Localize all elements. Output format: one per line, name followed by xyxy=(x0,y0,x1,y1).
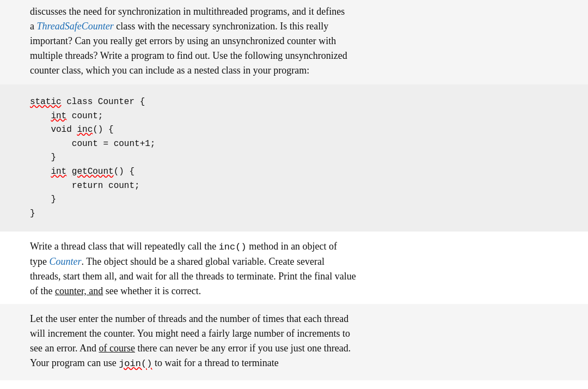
inc-inline-code: inc() xyxy=(219,242,247,252)
intro-line4: multiple threads? Write a program to fin… xyxy=(30,50,347,61)
para2-line2: type Counter. The object should be a sha… xyxy=(30,256,324,267)
para2-pre: Write a thread class that will repeatedl… xyxy=(30,241,219,252)
counter-and-underline: counter, and xyxy=(55,285,103,296)
intro-line1: discusses the need for synchronization i… xyxy=(30,6,345,17)
inc-method: inc xyxy=(77,125,93,135)
para3-line2: will increment the counter. You might ne… xyxy=(30,328,350,339)
paragraph2: Write a thread class that will repeatedl… xyxy=(30,239,558,299)
intro-line5: counter class, which you can include as … xyxy=(30,65,309,76)
para2-line3: threads, start them all, and wait for al… xyxy=(30,271,356,282)
para2-mid: method in an object of xyxy=(247,241,337,252)
paragraph2-section: Write a thread class that will repeatedl… xyxy=(0,232,588,304)
class-keyword: class xyxy=(66,97,93,107)
code-section: static class Counter { int count; void i… xyxy=(0,84,588,232)
get-count-method: getCount xyxy=(72,167,114,177)
para2-line4: of the counter, and see whether it is co… xyxy=(30,285,201,296)
join-inline-code: join() xyxy=(119,358,152,369)
code-line-1: static class Counter { xyxy=(30,95,558,110)
para3-line4: Your program can use join() to wait for … xyxy=(30,357,279,368)
paragraph3: Let the user enter the number of threads… xyxy=(30,312,558,371)
code-line-3: void inc() { xyxy=(30,123,558,137)
code-line-6: int getCount() { xyxy=(30,165,558,179)
intro-paragraph: discusses the need for synchronization i… xyxy=(30,4,558,78)
intro-section: discusses the need for synchronization i… xyxy=(0,0,588,84)
page-container: discusses the need for synchronization i… xyxy=(0,0,588,380)
int-keyword-1: int xyxy=(51,111,66,121)
code-line-2: int count; xyxy=(30,110,558,124)
of-course-underline: of course xyxy=(99,343,134,354)
code-line-7: return count; xyxy=(30,179,558,193)
code-line-5: } xyxy=(30,151,558,165)
para3-line3: see an error. And of course there can ne… xyxy=(30,343,351,354)
thread-safe-counter-link[interactable]: ThreadSafeCounter xyxy=(37,21,114,32)
code-display: static class Counter { int count; void i… xyxy=(30,90,558,226)
intro-line2: a ThreadSafeCounter class with the neces… xyxy=(30,21,328,32)
intro-line3: important? Can you really get errors by … xyxy=(30,35,336,46)
para3-line1: Let the user enter the number of threads… xyxy=(30,313,348,324)
paragraph3-section: Let the user enter the number of threads… xyxy=(0,304,588,381)
counter-class-name: Counter xyxy=(98,97,134,107)
code-line-9: } xyxy=(30,207,558,221)
counter-link[interactable]: Counter xyxy=(50,256,82,267)
code-line-4: count = count+1; xyxy=(30,137,558,151)
static-keyword: static xyxy=(30,97,62,107)
code-line-8: } xyxy=(30,193,558,207)
int-keyword-2: int xyxy=(51,167,66,177)
